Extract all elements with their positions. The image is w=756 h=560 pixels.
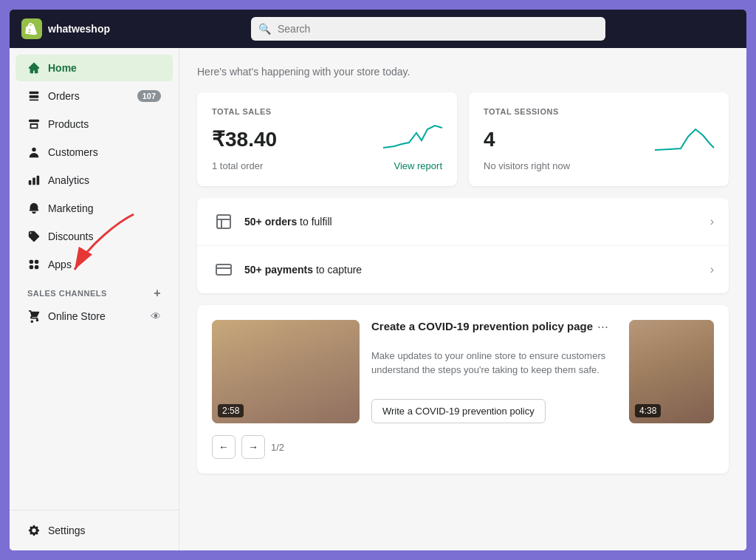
sidebar-item-label: Settings [48, 525, 86, 536]
video-pagination: ← → 1/2 [212, 435, 714, 459]
store-logo[interactable]: whatweshop [21, 18, 110, 39]
online-store-icon [27, 310, 41, 323]
sidebar-item-settings[interactable]: Settings [16, 517, 173, 544]
sidebar: Home Orders 107 Products [10, 48, 179, 550]
video-more-button[interactable]: ··· [594, 320, 611, 333]
search-bar: 🔍 [251, 17, 605, 41]
page-subtitle: Here's what's happening with your store … [197, 66, 729, 78]
payments-action-suffix: to capture [313, 264, 362, 276]
marketing-icon [27, 202, 41, 215]
total-sales-value: ₹38.40 [212, 127, 277, 151]
stats-row: TOTAL SALES ₹38.40 1 total order View re… [197, 92, 729, 186]
svg-rect-1 [217, 215, 230, 228]
page-count: 1/2 [271, 442, 284, 453]
settings-icon [27, 524, 41, 537]
payments-action-item[interactable]: 50+ payments to capture › [197, 246, 729, 293]
video-cards-row: 2:58 Create a COVID-19 prevention policy… [212, 320, 714, 423]
total-sales-card: TOTAL SALES ₹38.40 1 total order View re… [197, 92, 457, 186]
total-sales-label: TOTAL SALES [212, 107, 442, 116]
total-sessions-label: TOTAL SESSIONS [484, 107, 714, 116]
customers-icon [27, 146, 41, 159]
prev-page-button[interactable]: ← [212, 435, 236, 459]
total-sessions-card: TOTAL SESSIONS 4 No visitors right now [469, 92, 729, 186]
add-sales-channel-button[interactable]: + [154, 287, 161, 299]
sales-channels-title: SALES CHANNELS [27, 289, 107, 298]
video-duration-2: 4:38 [635, 404, 661, 417]
orders-action-item[interactable]: 50+ orders to fulfill › [197, 198, 729, 246]
orders-action-chevron: › [710, 215, 714, 228]
video-card-1: 2:58 Create a COVID-19 prevention policy… [212, 320, 611, 423]
top-bar: whatweshop 🔍 [10, 10, 746, 48]
orders-badge: 107 [137, 90, 161, 102]
orders-icon [27, 89, 41, 103]
sidebar-item-label: Online Store [48, 310, 106, 322]
apps-icon [27, 258, 41, 271]
payments-action-chevron: › [710, 263, 714, 276]
sidebar-item-label: Discounts [48, 231, 93, 242]
video-description-1: Make updates to your online store to ens… [371, 349, 611, 378]
sidebar-item-customers[interactable]: Customers [16, 139, 173, 165]
video-duration-1: 2:58 [218, 404, 244, 417]
sidebar-item-label: Orders [48, 90, 80, 102]
next-page-button[interactable]: → [241, 435, 265, 459]
payments-action-bold: 50+ payments [244, 264, 313, 276]
sales-channels-section: SALES CHANNELS + [10, 279, 179, 302]
video-thumbnail-2[interactable]: 4:38 [629, 320, 714, 423]
total-sessions-chart [655, 122, 714, 151]
discounts-icon [27, 230, 41, 243]
video-section: 2:58 Create a COVID-19 prevention policy… [197, 305, 729, 474]
total-sessions-footer: No visitors right now [484, 160, 570, 171]
video-cta-button[interactable]: Write a COVID-19 prevention policy [371, 399, 546, 423]
products-icon [27, 117, 41, 131]
home-icon [27, 61, 41, 75]
svg-rect-4 [216, 264, 231, 275]
video-thumbnail-1[interactable]: 2:58 [212, 320, 360, 423]
search-input[interactable] [251, 17, 605, 41]
orders-action-suffix: to fulfill [297, 216, 331, 228]
sidebar-item-apps[interactable]: Apps [16, 251, 173, 278]
total-sessions-value: 4 [484, 128, 495, 151]
main-content: Here's what's happening with your store … [179, 48, 746, 550]
video-menu-1: Create a COVID-19 prevention policy page… [371, 320, 611, 338]
orders-action-bold: 50+ orders [244, 216, 297, 228]
sidebar-item-products[interactable]: Products [16, 111, 173, 137]
video-title-1: Create a COVID-19 prevention policy page [371, 320, 594, 332]
online-store-eye-icon[interactable]: 👁 [151, 310, 161, 322]
sidebar-item-label: Apps [48, 259, 72, 270]
orders-action-text: 50+ orders to fulfill [244, 216, 710, 228]
sidebar-item-discounts[interactable]: Discounts [16, 223, 173, 250]
sidebar-item-label: Products [48, 118, 89, 130]
total-sales-chart [383, 122, 442, 151]
sidebar-item-label: Customers [48, 146, 98, 158]
store-name: whatweshop [48, 23, 110, 35]
action-list: 50+ orders to fulfill › 50+ payments to … [197, 198, 729, 293]
sidebar-item-label: Analytics [48, 174, 89, 186]
orders-action-icon [212, 210, 236, 233]
sidebar-item-analytics[interactable]: Analytics [16, 167, 173, 194]
sidebar-item-marketing[interactable]: Marketing [16, 195, 173, 222]
payments-action-icon [212, 258, 236, 281]
analytics-icon [27, 174, 41, 187]
sidebar-item-online-store[interactable]: Online Store 👁 [16, 303, 173, 329]
total-sales-footer: 1 total order [212, 160, 263, 171]
search-icon: 🔍 [258, 23, 271, 35]
sidebar-item-orders[interactable]: Orders 107 [16, 83, 173, 109]
view-report-link[interactable]: View report [394, 160, 442, 171]
shopify-icon [21, 18, 42, 39]
video-info-1: Create a COVID-19 prevention policy page… [371, 320, 611, 423]
sidebar-bottom: Settings [10, 510, 179, 544]
sidebar-item-label: Home [48, 62, 77, 74]
sidebar-item-home[interactable]: Home [16, 55, 173, 81]
sidebar-item-label: Marketing [48, 202, 93, 214]
payments-action-text: 50+ payments to capture [244, 264, 710, 276]
